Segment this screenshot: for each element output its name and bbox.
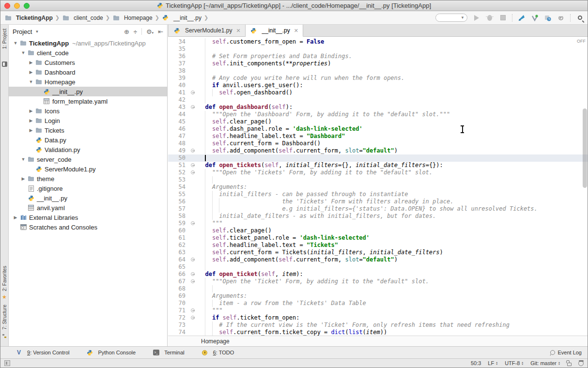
line-number[interactable]: 61 [168, 234, 188, 242]
tree-item-icons[interactable]: ▶Icons [9, 106, 167, 116]
line-number[interactable]: 65 [168, 263, 188, 271]
line-number[interactable]: 38 [168, 67, 188, 75]
tree-item-validation-py[interactable]: Validation.py [9, 145, 167, 154]
code-text[interactable]: self.customers_form_open = False [198, 38, 588, 46]
code-text[interactable]: self.init_components(**properties) [198, 60, 588, 67]
fold-end-icon[interactable] [191, 91, 195, 94]
line-number[interactable]: 42 [168, 96, 188, 104]
line-number[interactable]: 57 [168, 205, 188, 213]
fold-gutter[interactable] [188, 147, 198, 154]
update-project-button[interactable] [518, 14, 526, 22]
line-number[interactable]: 50 [168, 154, 188, 162]
tool-window-button--todo[interactable]: 6: TODO [201, 349, 234, 356]
tree-item-data-py[interactable]: Data.py [9, 135, 167, 145]
code-line[interactable]: 52 """Open the 'Tickets' Form, by adding… [168, 169, 588, 176]
code-text[interactable]: self.clear_page() [198, 227, 588, 234]
tool-window-switcher-icon[interactable] [4, 360, 10, 366]
line-number[interactable]: 66 [168, 271, 188, 278]
tree-item-theme[interactable]: ▶theme [9, 174, 167, 184]
line-number[interactable]: 69 [168, 292, 188, 300]
line-number[interactable]: 55 [168, 191, 188, 198]
tree-item-external-libraries[interactable]: ▶External Libraries [9, 213, 167, 222]
hide-panel-button[interactable]: ⇤ [158, 28, 163, 35]
line-number[interactable]: 48 [168, 140, 188, 147]
code-line[interactable]: 60 self.clear_page() [168, 227, 588, 234]
code-line[interactable]: 35 [168, 46, 588, 53]
line-number[interactable]: 49 [168, 147, 188, 154]
line-number[interactable]: 46 [168, 125, 188, 133]
tree-expand-arrow-icon[interactable]: ▶ [27, 118, 35, 123]
line-number[interactable]: 39 [168, 75, 188, 82]
code-text[interactable]: item - a row from the 'Tickets' Data Tab… [198, 300, 588, 307]
tree-expand-arrow-icon[interactable]: ▼ [12, 41, 19, 46]
code-text[interactable]: initial_filters - can be passed through … [198, 191, 588, 198]
code-text[interactable]: # If the current view is the 'Ticket' Fo… [198, 322, 588, 329]
code-text[interactable]: self.add_component(self.current_form, sl… [198, 147, 588, 154]
line-number[interactable]: 70 [168, 300, 188, 307]
code-text[interactable]: # Any code you write here will run when … [198, 75, 588, 82]
breadcrumb-item[interactable]: TicketingApp [4, 14, 53, 22]
line-number[interactable]: 64 [168, 256, 188, 263]
tree-expand-arrow-icon[interactable]: ▶ [27, 108, 35, 113]
tree-item-ticketingapp[interactable]: ▼TicketingApp~/anvil_apps/TicketingApp [9, 38, 167, 48]
tree-item-form-template-yaml[interactable]: form_template.yaml [9, 96, 167, 106]
code-text[interactable]: the 'Tickets' Form with filters already … [198, 198, 588, 205]
code-line[interactable]: 59 """ [168, 220, 588, 227]
fold-gutter[interactable] [188, 314, 198, 322]
code-line[interactable]: 61 self.ticket_panel.role = 'dash-link-s… [168, 234, 588, 242]
code-text[interactable] [198, 96, 588, 104]
line-number[interactable]: 45 [168, 118, 188, 125]
tree-item-customers[interactable]: ▶Customers [9, 58, 167, 67]
tree-item--init-py[interactable]: __init__.py [9, 193, 167, 203]
tree-item-tickets[interactable]: ▶Tickets [9, 125, 167, 135]
zoom-window-button[interactable] [24, 3, 30, 9]
project-tool-window-button[interactable]: 1: Project [2, 29, 7, 49]
code-line[interactable]: 58 initial_date_filters - as with initia… [168, 213, 588, 220]
code-text[interactable]: if anvil.users.get_user(): [198, 82, 588, 89]
code-text[interactable]: self.headline_label.text = "Tickets" [198, 242, 588, 249]
collapse-all-button[interactable]: ÷ [134, 28, 137, 35]
readonly-lock-icon[interactable] [567, 363, 572, 366]
fold-collapse-icon[interactable] [191, 163, 195, 167]
line-number[interactable]: 59 [168, 220, 188, 227]
code-text[interactable]: def open_ticket(self, item): [198, 271, 588, 278]
line-number[interactable]: 58 [168, 213, 188, 220]
code-line[interactable]: 34 self.customers_form_open = False [168, 38, 588, 46]
encoding-widget[interactable]: UTF-8▲▼ [505, 360, 524, 366]
code-line[interactable]: 44 """Open the 'Dashboard' Form, by addi… [168, 111, 588, 118]
search-everywhere-button[interactable] [576, 14, 584, 22]
line-number[interactable]: 68 [168, 285, 188, 292]
code-line[interactable]: 39 # Any code you write here will run wh… [168, 75, 588, 82]
tree-expand-arrow-icon[interactable]: ▶ [19, 176, 27, 181]
fold-end-icon[interactable] [191, 149, 195, 153]
code-text[interactable]: def open_tickets(self, initial_filters={… [198, 162, 588, 169]
code-line[interactable]: 42 [168, 96, 588, 104]
close-tab-icon[interactable]: ✕ [236, 28, 240, 34]
code-line[interactable]: 69 Arguments: [168, 292, 588, 300]
code-text[interactable]: """Open the 'Dashboard' Form, by adding … [198, 111, 588, 118]
fold-collapse-icon[interactable] [191, 272, 195, 276]
code-line[interactable]: 43 def open_dashboard(self): [168, 104, 588, 111]
minimize-window-button[interactable] [14, 3, 20, 9]
code-text[interactable]: self.current_form = Dashboard() [198, 140, 588, 147]
editor-tab-servermodule1-py[interactable]: ServerModule1.py✕ [168, 25, 246, 36]
code-line[interactable]: 57 e.g initial_filters={'status': Data.O… [168, 205, 588, 213]
line-number[interactable]: 41 [168, 89, 188, 96]
code-text[interactable]: """ [198, 220, 588, 227]
code-line[interactable]: 49 self.add_component(self.current_form,… [168, 147, 588, 154]
code-text[interactable]: self.ticket_panel.role = 'dash-link-sele… [198, 234, 588, 242]
line-number[interactable]: 63 [168, 249, 188, 256]
editor-scrollbar[interactable] [583, 108, 587, 188]
chevron-down-icon[interactable]: ▼ [35, 30, 39, 34]
code-text[interactable] [198, 263, 588, 271]
code-line[interactable]: 45 self.clear_page() [168, 118, 588, 125]
breadcrumb-item[interactable]: Homepage [112, 14, 153, 22]
code-text[interactable]: if self.ticket_form_open: [198, 314, 588, 322]
caret-position-widget[interactable]: 50:3 [471, 360, 481, 366]
event-log-button[interactable]: Event Log [550, 350, 582, 355]
code-line[interactable]: 64 self.add_component(self.current_form,… [168, 256, 588, 263]
tree-expand-arrow-icon[interactable]: ▶ [27, 70, 35, 75]
line-number[interactable]: 72 [168, 314, 188, 322]
line-number[interactable]: 60 [168, 227, 188, 234]
code-line[interactable]: 48 self.current_form = Dashboard() [168, 140, 588, 147]
